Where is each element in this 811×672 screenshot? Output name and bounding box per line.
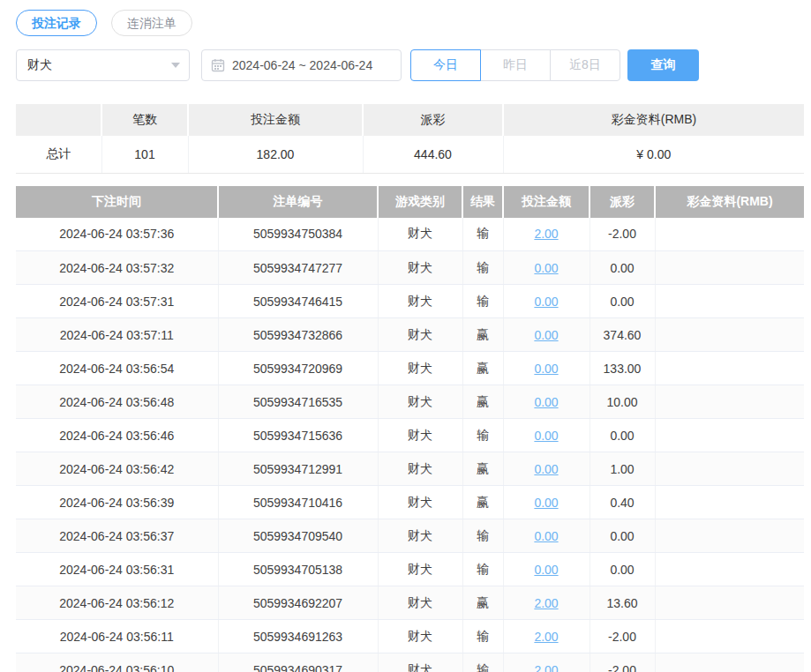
bet-time: 2024-06-24 03:56:10 [16,653,218,672]
last-8-days-button[interactable]: 近8日 [550,49,620,81]
bet-amount: 0.00 [503,385,589,419]
today-button[interactable]: 今日 [410,49,481,81]
table-row: 2024-06-24 03:56:115059934691263财犬输2.00-… [16,620,804,653]
table-row: 2024-06-24 03:56:545059934720969财犬赢0.001… [16,352,804,385]
bet-time: 2024-06-24 03:57:32 [16,251,218,285]
result: 输 [462,519,503,553]
bet-column-header: 下注时间 [16,186,218,218]
result: 输 [462,419,503,452]
bonus-info [655,419,804,452]
result: 赢 [462,586,503,620]
bet-amount-link[interactable]: 0.00 [534,328,558,342]
summary-column-header: 笔数 [101,104,188,136]
bet-amount-link[interactable]: 0.00 [534,462,558,476]
bonus-info [655,318,804,352]
payout: -2.00 [589,653,655,672]
bet-amount: 2.00 [503,620,589,653]
table-row: 2024-06-24 03:56:395059934710416财犬赢0.000… [16,486,804,519]
table-row: 2024-06-24 03:56:105059934690317财犬输2.00-… [16,653,804,672]
summary-cell: 101 [101,136,188,173]
order-number: 5059934746415 [218,285,378,318]
query-button[interactable]: 查询 [627,49,699,81]
bet-column-header: 游戏类别 [378,186,462,218]
order-number: 5059934710416 [218,486,378,519]
game-type: 财犬 [378,285,462,318]
order-number: 5059934712991 [218,452,378,486]
bet-time: 2024-06-24 03:57:36 [16,218,218,251]
payout: 10.00 [589,385,655,419]
bet-amount-link[interactable]: 0.00 [534,395,558,409]
game-type: 财犬 [378,620,462,653]
bet-time: 2024-06-24 03:56:48 [16,385,218,419]
bet-amount-link[interactable]: 2.00 [534,630,558,644]
bet-amount-link[interactable]: 0.00 [534,295,558,309]
calendar-icon [211,58,225,72]
quick-date-button-group: 今日 昨日 近8日 [410,49,620,81]
tab-betting-records[interactable]: 投注记录 [16,10,97,37]
summary-cell: 182.00 [188,136,363,173]
game-type: 财犬 [378,352,462,385]
bet-time: 2024-06-24 03:56:54 [16,352,218,385]
order-number: 5059934692207 [218,586,378,620]
date-range-picker[interactable]: 2024-06-24 ~ 2024-06-24 [201,49,402,81]
bonus-info [655,218,804,251]
bet-time: 2024-06-24 03:56:42 [16,452,218,486]
bet-time: 2024-06-24 03:57:11 [16,318,218,352]
result: 输 [462,620,503,653]
result: 输 [462,653,503,672]
bet-time: 2024-06-24 03:56:12 [16,586,218,620]
bet-time: 2024-06-24 03:56:31 [16,553,218,586]
summary-column-header: 彩金资料(RMB) [503,104,804,136]
filter-bar: 财犬 2024-06-24 ~ 2024-06-24 今日 昨日 近8日 查询 [16,49,804,81]
summary-cell: ¥ 0.00 [503,136,804,173]
bet-amount: 0.00 [503,486,589,519]
order-number: 5059934750384 [218,218,378,251]
bet-table-header-row: 下注时间注单编号游戏类别结果投注金额派彩彩金资料(RMB) [16,186,804,218]
bet-table-body: 2024-06-24 03:57:365059934750384财犬输2.00-… [16,218,804,672]
tab-cancelled-orders[interactable]: 连消注单 [111,10,192,37]
game-type: 财犬 [378,519,462,553]
bet-amount-link[interactable]: 0.00 [534,496,558,510]
game-type: 财犬 [378,452,462,486]
bet-time: 2024-06-24 03:56:11 [16,620,218,653]
bonus-info [655,385,804,419]
result: 输 [462,218,503,251]
bet-amount-link[interactable]: 0.00 [534,261,558,275]
bet-amount-link[interactable]: 2.00 [534,663,558,672]
payout: 0.00 [589,519,655,553]
game-type: 财犬 [378,385,462,419]
payout: 1.00 [589,452,655,486]
bet-column-header: 派彩 [589,186,655,218]
bet-time: 2024-06-24 03:56:37 [16,519,218,553]
bonus-info [655,251,804,285]
bet-amount-link[interactable]: 0.00 [534,529,558,543]
order-number: 5059934716535 [218,385,378,419]
bonus-info [655,586,804,620]
order-number: 5059934747277 [218,251,378,285]
table-row: 2024-06-24 03:57:325059934747277财犬输0.000… [16,251,804,285]
bet-amount-link[interactable]: 2.00 [534,596,558,610]
bet-time: 2024-06-24 03:56:39 [16,486,218,519]
result: 赢 [462,486,503,519]
bonus-info [655,452,804,486]
payout: 0.40 [589,486,655,519]
bet-amount-link[interactable]: 0.00 [534,362,558,376]
bonus-info [655,553,804,586]
game-type: 财犬 [378,486,462,519]
bet-amount-link[interactable]: 0.00 [534,563,558,577]
bet-time: 2024-06-24 03:57:31 [16,285,218,318]
betting-records-page: 投注记录 连消注单 财犬 2024-06-24 ~ 2024-06-24 今日 … [16,9,804,672]
result: 赢 [462,452,503,486]
bet-amount-link[interactable]: 0.00 [534,429,558,443]
bet-amount-link[interactable]: 2.00 [534,227,558,241]
payout: -2.00 [589,218,655,251]
game-select[interactable]: 财犬 [16,49,190,81]
yesterday-button[interactable]: 昨日 [480,49,551,81]
summary-cell: 总计 [16,136,101,173]
summary-table: 笔数投注金额派彩彩金资料(RMB) 总计101182.00444.60¥ 0.0… [16,104,804,174]
game-type: 财犬 [378,553,462,586]
bonus-info [655,653,804,672]
order-number: 5059934715636 [218,419,378,452]
order-number: 5059934705138 [218,553,378,586]
order-number: 5059934720969 [218,352,378,385]
